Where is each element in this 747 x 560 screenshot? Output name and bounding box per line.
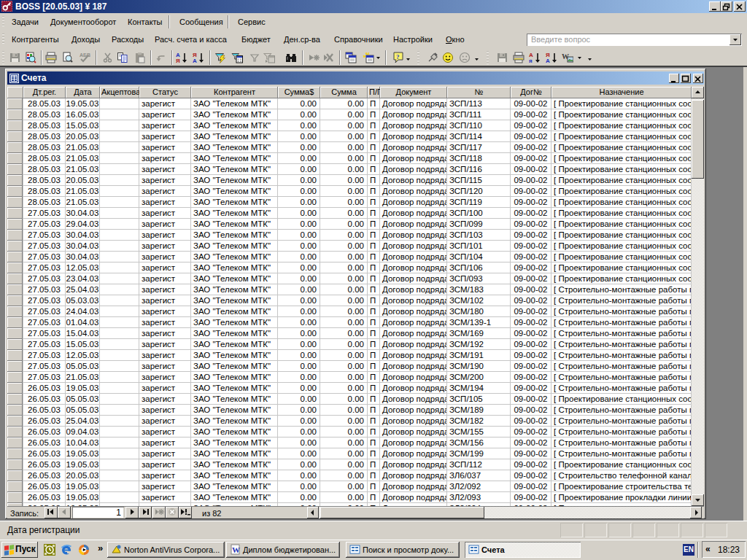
svg-text:?: ?: [396, 53, 400, 61]
svg-text:Я: Я: [176, 58, 180, 63]
svg-text:АБВ: АБВ: [80, 52, 90, 58]
svg-text:А: А: [193, 58, 197, 63]
svg-text:я: я: [529, 58, 533, 63]
svg-text:W: W: [232, 545, 240, 554]
svg-text:А: А: [546, 58, 550, 63]
